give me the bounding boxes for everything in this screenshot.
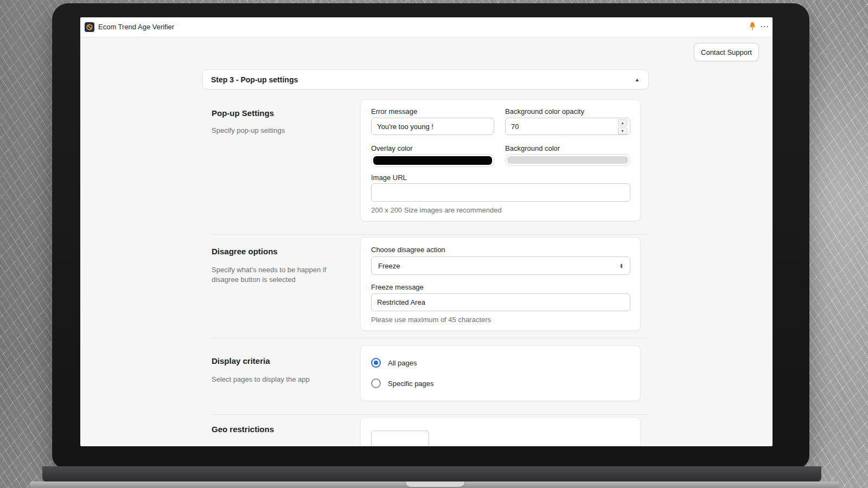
disagree-options-heading: Disagree options bbox=[212, 247, 278, 256]
disagree-action-label: Choose disagree action bbox=[371, 246, 445, 254]
geo-restrictions-card bbox=[360, 417, 641, 446]
window-title: Ecom Trend Age Verifier bbox=[98, 17, 174, 37]
section-divider bbox=[212, 414, 649, 415]
ellipsis-icon[interactable]: ··· bbox=[758, 21, 771, 34]
window-titlebar: Ecom Trend Age Verifier ··· bbox=[80, 17, 773, 37]
radio-unselected-icon bbox=[371, 378, 381, 388]
freeze-message-input[interactable] bbox=[371, 293, 630, 311]
popup-settings-card: Error message Background color opacity ▲… bbox=[360, 99, 641, 221]
disagree-options-card: Choose disagree action Freeze ▲▼ Freeze … bbox=[360, 237, 641, 331]
background-color-swatch bbox=[507, 156, 628, 164]
error-message-input[interactable] bbox=[371, 118, 494, 135]
background-color-picker[interactable] bbox=[505, 154, 630, 166]
caret-up-icon[interactable]: ▲ bbox=[635, 77, 640, 82]
geo-restrictions-heading: Geo restrictions bbox=[212, 425, 274, 434]
overlay-color-picker[interactable] bbox=[371, 154, 494, 167]
section-divider bbox=[212, 338, 649, 338]
disagree-action-select[interactable]: Freeze ▲▼ bbox=[371, 256, 630, 275]
section-divider bbox=[212, 234, 649, 235]
radio-selected-icon bbox=[371, 358, 381, 368]
image-url-input[interactable] bbox=[371, 183, 630, 202]
display-criteria-description: Select pages to display the app bbox=[212, 375, 328, 384]
error-message-label: Error message bbox=[371, 107, 417, 115]
laptop-base-notch bbox=[405, 481, 465, 487]
overlay-color-swatch bbox=[373, 156, 492, 165]
radio-all-pages-label: All pages bbox=[388, 359, 417, 367]
freeze-message-help: Please use maximum of 45 characters bbox=[371, 316, 491, 324]
popup-settings-description: Specify pop-up settings bbox=[212, 126, 328, 136]
geo-restrictions-input[interactable] bbox=[371, 431, 429, 446]
laptop-hinge bbox=[42, 466, 821, 483]
disagree-options-description: Specify what's needs to be happen if dis… bbox=[212, 265, 328, 285]
bg-opacity-label: Background color opacity bbox=[505, 107, 584, 115]
spinner-down-icon[interactable]: ▼ bbox=[618, 127, 627, 134]
popup-settings-heading: Pop-up Settings bbox=[212, 108, 274, 118]
overlay-color-label: Overlay color bbox=[371, 144, 413, 152]
image-url-label: Image URL bbox=[371, 174, 407, 182]
select-updown-icon: ▲▼ bbox=[620, 263, 623, 268]
display-criteria-card: All pages Specific pages bbox=[360, 345, 641, 401]
accordion-title: Step 3 - Pop-up settings bbox=[211, 75, 298, 84]
radio-all-pages[interactable]: All pages bbox=[371, 358, 417, 368]
bg-opacity-input[interactable] bbox=[505, 118, 630, 135]
radio-specific-pages[interactable]: Specific pages bbox=[371, 378, 434, 388]
spinner-up-icon[interactable]: ▲ bbox=[618, 119, 627, 126]
display-criteria-heading: Display criteria bbox=[212, 356, 270, 365]
accordion-step3-header[interactable]: Step 3 - Pop-up settings ▲ bbox=[202, 69, 649, 89]
freeze-message-label: Freeze message bbox=[371, 283, 424, 291]
prohibition-icon bbox=[85, 22, 94, 32]
disagree-action-value: Freeze bbox=[378, 262, 400, 270]
background-color-label: Background color bbox=[505, 144, 560, 152]
radio-specific-pages-label: Specific pages bbox=[388, 380, 434, 388]
contact-support-button[interactable]: Contact Support bbox=[694, 43, 759, 61]
image-url-help: 200 x 200 Size images are recommended bbox=[371, 206, 502, 214]
pin-icon[interactable] bbox=[748, 22, 758, 33]
app-window: Ecom Trend Age Verifier ··· Contact Supp… bbox=[80, 17, 773, 446]
